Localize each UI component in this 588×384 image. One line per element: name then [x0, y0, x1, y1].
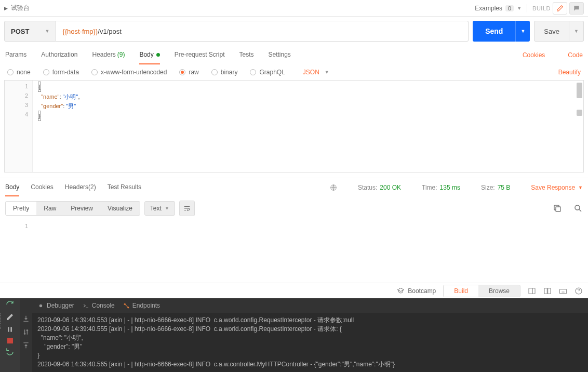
- scrollbar-thumb[interactable]: [577, 83, 582, 98]
- response-body-editor[interactable]: 1: [4, 220, 584, 283]
- resp-tab-headers[interactable]: Headers (2): [65, 178, 96, 196]
- tab-headers[interactable]: Headers (9): [92, 46, 125, 64]
- response-format-dropdown[interactable]: Text ▼: [144, 201, 175, 216]
- method-selector[interactable]: POST ▼: [4, 21, 56, 42]
- panels-icon[interactable]: [528, 287, 536, 295]
- view-mode-segment: Pretty Raw Preview Visualize: [5, 201, 140, 216]
- response-tools: Pretty Raw Preview Visualize Text ▼: [0, 196, 588, 220]
- copy-icon[interactable]: [553, 204, 562, 213]
- tab-prerequest[interactable]: Pre-request Script: [175, 46, 225, 64]
- pause-icon[interactable]: [6, 325, 14, 334]
- tab-authorization[interactable]: Authorization: [41, 46, 77, 64]
- radio-graphql[interactable]: GraphQL: [250, 69, 285, 76]
- radio-binary[interactable]: binary: [211, 69, 238, 76]
- save-response-dropdown[interactable]: Save Response ▼: [531, 184, 583, 191]
- gutter: 1 2 3 4: [5, 81, 33, 172]
- export-icon[interactable]: [22, 342, 30, 349]
- save-dropdown[interactable]: ▼: [569, 21, 584, 42]
- bug-icon: [37, 302, 44, 309]
- radio-formdata[interactable]: form-data: [43, 69, 79, 76]
- radio-raw[interactable]: raw: [179, 69, 198, 76]
- send-button[interactable]: Send: [473, 21, 515, 42]
- time-block: Time: 135 ms: [422, 184, 460, 191]
- seg-pretty[interactable]: Pretty: [6, 202, 36, 215]
- build-browse-toggle: Build Browse: [443, 285, 520, 297]
- gutter: 1: [4, 220, 32, 283]
- resp-tab-tests[interactable]: Test Results: [108, 178, 141, 196]
- code-area[interactable]: { "name": "小明", "gender": "男" }: [33, 81, 583, 172]
- resp-tab-cookies[interactable]: Cookies: [31, 178, 53, 196]
- build-label: BUILD: [532, 5, 551, 11]
- wrap-lines-button[interactable]: [179, 201, 195, 216]
- examples-dropdown[interactable]: Examples 0 ▼: [475, 5, 522, 12]
- endpoints-icon: [123, 302, 130, 309]
- tab-body-label: Body: [139, 51, 153, 58]
- svg-rect-4: [544, 288, 547, 294]
- pencil-icon[interactable]: [6, 313, 14, 321]
- send-dropdown[interactable]: ▼: [515, 21, 530, 42]
- restart-icon[interactable]: [6, 348, 14, 356]
- body-type-row: none form-data x-www-form-urlencoded raw…: [0, 64, 588, 80]
- method-value: POST: [11, 28, 29, 35]
- seg-raw[interactable]: Raw: [36, 202, 63, 215]
- keyboard-icon[interactable]: [559, 287, 567, 295]
- tab-settings[interactable]: Settings: [269, 46, 291, 64]
- graduation-icon: [397, 287, 405, 295]
- save-button[interactable]: Save: [534, 21, 569, 42]
- chevron-right-icon: ▶: [4, 6, 8, 11]
- resp-headers-count: (2): [88, 183, 96, 191]
- two-pane-icon[interactable]: [543, 287, 552, 295]
- download-icon[interactable]: [22, 315, 30, 322]
- size-value: 75 B: [498, 184, 511, 191]
- url-input[interactable]: {{host-fmp}}/v1/post: [56, 21, 469, 42]
- link-cookies[interactable]: Cookies: [523, 51, 545, 59]
- pencil-icon-button[interactable]: [553, 2, 567, 15]
- tab-tests[interactable]: Tests: [239, 46, 253, 64]
- format-dropdown[interactable]: JSON ▼: [303, 69, 329, 76]
- search-icon[interactable]: [573, 204, 583, 213]
- link-code[interactable]: Code: [568, 51, 583, 59]
- scrollbar-thumb[interactable]: [577, 110, 582, 116]
- console-controls: [20, 298, 32, 372]
- status-block: Status: 200 OK: [358, 184, 401, 191]
- console-tab-debugger[interactable]: Debugger: [37, 302, 74, 309]
- radio-icon: [7, 69, 14, 75]
- radio-icon: [91, 69, 98, 75]
- bootcamp-link[interactable]: Bootcamp: [397, 287, 436, 295]
- svg-rect-1: [556, 207, 560, 211]
- stop-icon[interactable]: [7, 338, 13, 343]
- resp-tab-body[interactable]: Body: [5, 178, 19, 196]
- svg-rect-9: [10, 327, 12, 332]
- console-log[interactable]: 2020-09-06 14:39:40.553 [axin | - | http…: [32, 313, 588, 372]
- svg-point-10: [39, 304, 42, 307]
- examples-label: Examples: [475, 5, 502, 12]
- tab-params[interactable]: Params: [5, 46, 26, 64]
- radio-xwww[interactable]: x-www-form-urlencoded: [91, 69, 167, 76]
- body-indicator-dot: [156, 53, 160, 57]
- console-tab-endpoints[interactable]: Endpoints: [123, 302, 160, 309]
- pill-build[interactable]: Build: [444, 285, 478, 297]
- seg-visualize[interactable]: Visualize: [100, 202, 140, 215]
- url-row: POST ▼ {{host-fmp}}/v1/post Send ▼ Save …: [0, 17, 588, 46]
- tab-body[interactable]: Body: [139, 46, 159, 64]
- radio-none[interactable]: none: [7, 69, 31, 76]
- console-tab-console[interactable]: Console: [83, 302, 115, 309]
- sort-icon[interactable]: [22, 328, 30, 336]
- svg-point-2: [575, 205, 580, 210]
- svg-rect-8: [8, 327, 9, 332]
- console-tabs: Debugger Console Endpoints: [32, 298, 588, 313]
- request-body-editor[interactable]: 1 2 3 4 { "name": "小明", "gender": "男" }: [4, 80, 584, 173]
- footer-bar: Bootcamp Build Browse: [0, 283, 588, 298]
- globe-icon[interactable]: [330, 184, 337, 191]
- tab-current[interactable]: ▶ 试验台: [4, 4, 30, 12]
- svg-rect-6: [559, 289, 566, 293]
- rerun-icon[interactable]: [6, 300, 14, 309]
- pill-browse[interactable]: Browse: [478, 285, 520, 297]
- comment-icon-button[interactable]: [569, 2, 584, 15]
- response-tabs: Body Cookies Headers (2) Test Results St…: [0, 178, 588, 196]
- beautify-link[interactable]: Beautify: [558, 69, 581, 76]
- radio-icon: [43, 69, 49, 75]
- help-icon[interactable]: [574, 287, 583, 295]
- seg-preview[interactable]: Preview: [63, 202, 100, 215]
- console-panel: oRebel Debugger Console Endpoints: [0, 298, 588, 372]
